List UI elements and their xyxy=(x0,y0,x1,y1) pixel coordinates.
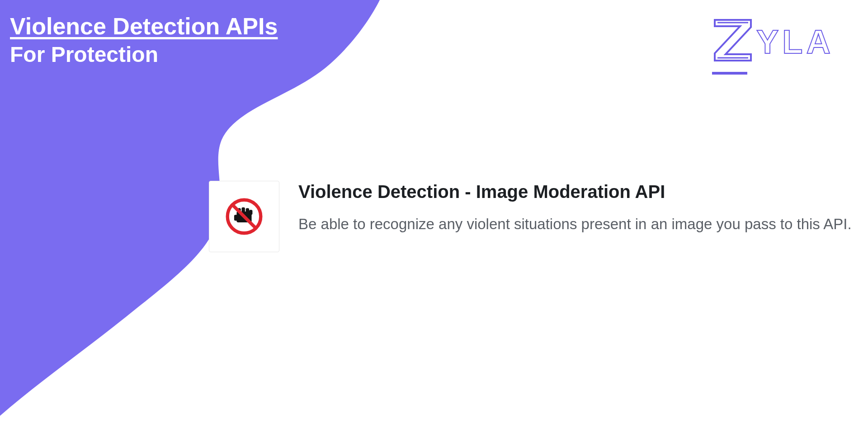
api-card-description: Be able to recognize any violent situati… xyxy=(298,213,852,235)
page-subtitle: For Protection xyxy=(10,43,278,67)
api-card: Violence Detection - Image Moderation AP… xyxy=(209,181,852,252)
brand-logo-text: YLA xyxy=(756,23,834,61)
svg-rect-5 xyxy=(234,215,238,221)
brand-logo: YLA xyxy=(712,17,834,66)
api-card-text: Violence Detection - Image Moderation AP… xyxy=(298,181,852,235)
page-title: Violence Detection APIs xyxy=(10,14,278,39)
hero-heading: Violence Detection APIs For Protection xyxy=(10,14,278,67)
api-card-title: Violence Detection - Image Moderation AP… xyxy=(298,181,852,202)
brand-logo-underline xyxy=(712,72,747,75)
api-card-icon-box xyxy=(209,181,279,252)
no-violence-icon xyxy=(223,196,265,237)
brand-logo-z xyxy=(712,17,754,66)
svg-rect-4 xyxy=(249,210,252,215)
svg-rect-3 xyxy=(246,208,249,214)
